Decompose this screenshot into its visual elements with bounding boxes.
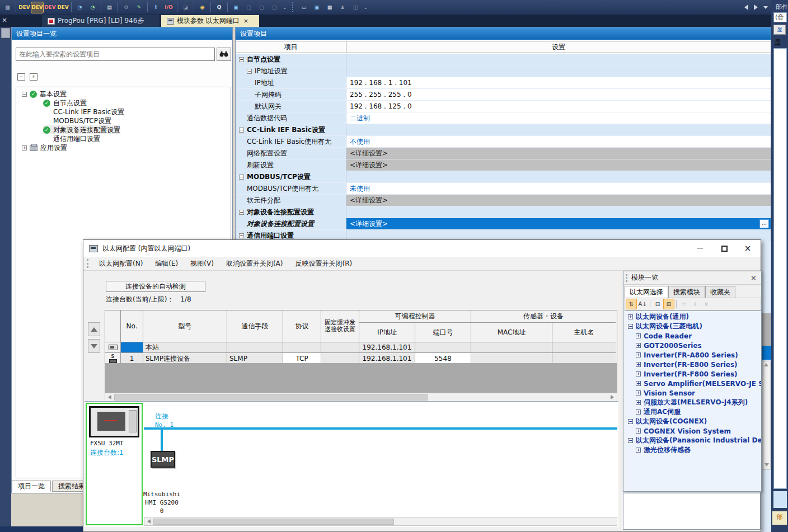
right-panel-bottom-tab[interactable]: 部 bbox=[772, 511, 787, 525]
device-search-icon[interactable]: Q bbox=[213, 2, 225, 13]
auto-detect-button[interactable]: 连接设备的自动检测 bbox=[106, 281, 205, 292]
window-find-icon[interactable]: ▢ bbox=[256, 2, 268, 13]
expand-all-icon[interactable]: ⊞ bbox=[664, 299, 674, 309]
row-value[interactable]: 未使用 bbox=[346, 183, 771, 194]
settings-row-group[interactable]: −IP地址设置 bbox=[236, 65, 771, 77]
right-panel-selected-row[interactable] bbox=[773, 491, 787, 508]
menu-edit[interactable]: 编辑(E) bbox=[149, 257, 184, 271]
move-down-button[interactable] bbox=[88, 339, 100, 353]
settings-row-refresh[interactable]: 刷新设置 <详细设置> bbox=[236, 159, 771, 171]
settings-row-group[interactable]: −自节点设置 bbox=[236, 54, 771, 65]
sort-az-icon[interactable]: A↓ bbox=[637, 299, 648, 309]
grid-display-icon[interactable]: ▦ bbox=[324, 2, 336, 13]
expand-icon[interactable]: − bbox=[239, 128, 244, 133]
module-item-generic-ac-servo[interactable]: +通用AC伺服 bbox=[636, 407, 681, 417]
note-book-icon[interactable]: ▣ bbox=[311, 2, 323, 13]
statement-view-icon[interactable]: ▭ bbox=[298, 2, 310, 13]
maximize-button[interactable] bbox=[715, 243, 734, 254]
row-value[interactable]: 255 . 255 . 255 . 0 bbox=[346, 89, 771, 100]
register-favorite-icon[interactable]: + bbox=[690, 299, 700, 309]
port-cell[interactable] bbox=[415, 342, 471, 353]
run-monitor-icon[interactable]: ◔ bbox=[74, 2, 86, 13]
tab-item-list[interactable]: 项目一览 bbox=[12, 481, 51, 492]
tab-favorites[interactable]: 收藏夹 bbox=[705, 286, 735, 298]
scroll-left-icon[interactable] bbox=[144, 517, 153, 525]
eraser-icon[interactable]: ◪ bbox=[180, 2, 191, 13]
module-item-ethernet-generic[interactable]: +以太网设备(通用) bbox=[628, 312, 689, 322]
scroll-thumb[interactable] bbox=[153, 519, 394, 525]
io-check-icon[interactable]: I/O bbox=[163, 2, 175, 13]
table-hscrollbar[interactable] bbox=[105, 393, 617, 402]
right-panel-link[interactable]: 显 bbox=[775, 38, 781, 46]
module-item-got2000[interactable]: +GOT2000Series bbox=[636, 341, 702, 350]
device-batch-icon[interactable]: DEV bbox=[44, 2, 56, 13]
toolbar-grip[interactable] bbox=[292, 2, 294, 12]
expand-icon[interactable]: − bbox=[247, 69, 252, 74]
search-button[interactable] bbox=[217, 48, 231, 61]
tree-item-application-settings[interactable]: + 应用设置 bbox=[22, 143, 67, 152]
list-view-icon[interactable]: ▤ bbox=[104, 2, 115, 13]
row-value[interactable]: 二进制 bbox=[346, 112, 771, 124]
tree-item-basic-settings[interactable]: − ✓ 基本设置 bbox=[22, 90, 67, 98]
menu-view[interactable]: 视图(V) bbox=[184, 257, 220, 271]
expand-icon[interactable]: + bbox=[22, 145, 27, 150]
settings-row-ip[interactable]: IP地址 192 . 168 . 1 . 101 bbox=[236, 77, 771, 89]
expand-icon[interactable]: − bbox=[239, 175, 244, 180]
favorite-icon[interactable]: ☆ bbox=[679, 299, 689, 309]
module-item-ethernet-panasonic[interactable]: −以太网设备(Panasonic Industrial De bbox=[628, 436, 761, 445]
watch-monitor-icon[interactable]: ◔ bbox=[87, 2, 98, 13]
tabbar-close-icon[interactable]: × bbox=[2, 16, 10, 25]
expand-icon[interactable]: − bbox=[239, 57, 244, 62]
module-item-inverter-a800[interactable]: +Inverter(FR-A800 Series) bbox=[636, 350, 738, 360]
row-value-selected[interactable]: <详细设置> ... bbox=[346, 218, 771, 229]
tree-item-modbus[interactable]: MODBUS/TCP设置 bbox=[53, 116, 111, 125]
tree-item-target-device[interactable]: ✓ 对象设备连接配置设置 bbox=[43, 125, 120, 134]
sort-display-icon[interactable]: ⇅ bbox=[626, 299, 636, 309]
menu-cancel-close[interactable]: 取消设置并关闭(A) bbox=[220, 257, 289, 271]
menu-apply-close[interactable]: 反映设置并关闭(R) bbox=[289, 257, 358, 271]
dock-nav-next-icon[interactable] bbox=[754, 4, 758, 10]
collapse-all-icon[interactable]: − bbox=[17, 73, 25, 81]
archive-icon[interactable]: ◫ bbox=[350, 2, 362, 13]
edit-mode-icon[interactable]: I bbox=[150, 2, 162, 13]
row-no-cell-selected[interactable] bbox=[121, 342, 143, 353]
host-cell[interactable] bbox=[552, 342, 616, 353]
right-panel-button[interactable]: 显 bbox=[773, 25, 786, 35]
module-item-servo-j4[interactable]: +伺服放大器(MELSERVO-J4系列) bbox=[636, 398, 748, 407]
tree-item-own-node[interactable]: ✓ 自节点设置 bbox=[43, 98, 87, 107]
tab-search-module[interactable]: 搜索模块 bbox=[668, 286, 705, 298]
module-item-vision-sensor[interactable]: +Vision Sensor bbox=[636, 388, 695, 398]
settings-row-datacode[interactable]: 通信数据代码 二进制 bbox=[236, 112, 771, 124]
model-cell[interactable]: 本站 bbox=[143, 342, 227, 353]
row-value[interactable]: 192 . 168 . 1 . 101 bbox=[346, 77, 771, 88]
mac-cell[interactable] bbox=[471, 342, 552, 353]
scroll-up-icon[interactable] bbox=[764, 363, 768, 366]
row-value[interactable]: <详细设置> bbox=[346, 159, 771, 171]
menu-ethernet-config[interactable]: 以太网配置(N) bbox=[93, 257, 149, 271]
module-item-ethernet-cognex[interactable]: −以太网设备(COGNEX) bbox=[628, 417, 707, 426]
settings-row-subnet[interactable]: 子网掩码 255 . 255 . 255 . 0 bbox=[236, 89, 771, 101]
row-value[interactable]: <详细设置> bbox=[346, 195, 771, 206]
tab-module-parameter[interactable]: 模块参数 以太网端口 × bbox=[161, 15, 259, 27]
scroll-down-icon[interactable] bbox=[764, 463, 769, 467]
module-item-laser-sensor[interactable]: +激光位移传感器 bbox=[636, 445, 691, 455]
ip-cell[interactable]: 192.168.1.101 bbox=[359, 342, 415, 353]
collapse-all-icon[interactable]: ⊟ bbox=[653, 299, 663, 309]
settings-row-cclink-use[interactable]: CC-Link IEF Basic使用有无 不使用 bbox=[236, 136, 771, 148]
scroll-right-icon[interactable] bbox=[608, 393, 617, 401]
search-input[interactable] bbox=[16, 48, 215, 61]
comm-cell[interactable] bbox=[227, 342, 283, 353]
row-value[interactable]: <详细设置> bbox=[346, 148, 771, 159]
settings-icon[interactable]: ⚙ bbox=[120, 2, 132, 13]
toolbar-overflow-icon[interactable]: ⌄ bbox=[364, 4, 368, 10]
tree-item-comm-port[interactable]: 通信用端口设置 bbox=[53, 134, 100, 143]
toolbar-overflow-icon[interactable]: ⌄ bbox=[283, 4, 287, 10]
module-item-cognex-vision[interactable]: +COGNEX Vision System bbox=[636, 426, 731, 436]
settings-row-group[interactable]: −MODBUS/TCP设置 bbox=[236, 171, 771, 183]
settings-row-group[interactable]: −CC-Link IEF Basic设置 bbox=[236, 124, 771, 136]
menu-grip[interactable] bbox=[87, 259, 88, 268]
module-panel-title-bar[interactable]: 模块一览 × bbox=[623, 271, 761, 285]
dock-handle[interactable] bbox=[1, 28, 10, 38]
tab-progpou[interactable]: ProgPou [PRG] [LD] 946步 bbox=[42, 15, 160, 27]
delete-icon[interactable]: × bbox=[701, 299, 711, 309]
